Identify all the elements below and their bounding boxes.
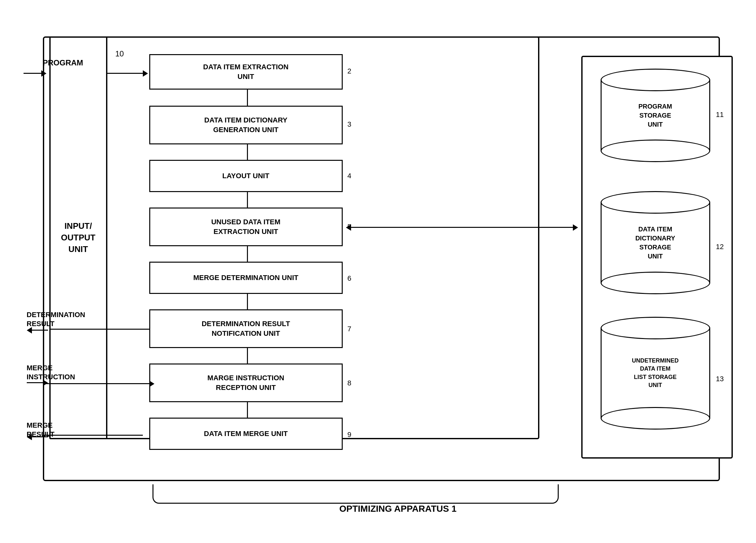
unit-2-num: 2 [348, 67, 351, 75]
unit-3-num: 3 [348, 120, 351, 129]
unit-5: UNUSED DATA ITEMEXTRACTION UNIT [149, 208, 343, 246]
unit-9-num: 9 [348, 430, 351, 439]
unit-2: DATA ITEM EXTRACTIONUNIT [149, 54, 343, 90]
program-label: PROGRAM [43, 58, 83, 67]
bottom-bracket [152, 484, 559, 504]
unit-4-num: 4 [348, 172, 351, 180]
unit-6: MERGE DETERMINATION UNIT [149, 262, 343, 294]
merge-result-label: MERGERESULT [27, 421, 54, 439]
unit-9: DATA ITEM MERGE UNIT [149, 418, 343, 450]
unit-8-num: 8 [348, 379, 351, 387]
cylinder-13: UNDETERMINEDDATA ITEMLIST STORAGEUNIT [601, 317, 710, 429]
cylinder-11-label: PROGRAMSTORAGEUNIT [638, 102, 672, 129]
cylinder-12-label: DATA ITEMDICTIONARYSTORAGEUNIT [635, 225, 675, 261]
unit-3: DATA ITEM DICTIONARYGENERATION UNIT [149, 106, 343, 144]
unit-4: LAYOUT UNIT [149, 160, 343, 192]
io-to-unit2-arrow [107, 70, 148, 77]
cylinder-12: DATA ITEMDICTIONARYSTORAGEUNIT [601, 191, 710, 294]
cylinder-13-label: UNDETERMINEDDATA ITEMLIST STORAGEUNIT [632, 357, 679, 389]
cylinder-13-num: 13 [716, 375, 724, 383]
processing-ref: 10 [115, 49, 124, 58]
io-unit-label: INPUT/OUTPUTUNIT [61, 220, 95, 255]
merge-result-line [43, 435, 143, 436]
determination-result-label: DETERMINATIONRESULT [27, 310, 85, 329]
cylinder-12-num: 12 [716, 243, 724, 251]
cylinder-11-num: 11 [716, 111, 724, 119]
merge-inst-line [43, 380, 154, 387]
unit-6-num: 6 [348, 274, 351, 282]
det-io-line [49, 329, 149, 330]
unit-7: DETERMINATION RESULTNOTIFICATION UNIT [149, 309, 343, 348]
unit-7-num: 7 [348, 325, 351, 333]
apparatus-title: OPTIMIZING APPARATUS 1 [339, 504, 457, 514]
cylinder-11: PROGRAMSTORAGEUNIT [601, 69, 710, 162]
h-double-arrow [346, 224, 578, 231]
program-arrow [24, 70, 46, 77]
unit-8: MARGE INSTRUCTIONRECEPTION UNIT [149, 363, 343, 402]
diagram-page: 10 INPUT/OUTPUTUNIT DATA ITEM EXTRACTION… [24, 17, 733, 526]
merge-instruction-label: MERGEINSTRUCTION [27, 363, 75, 382]
